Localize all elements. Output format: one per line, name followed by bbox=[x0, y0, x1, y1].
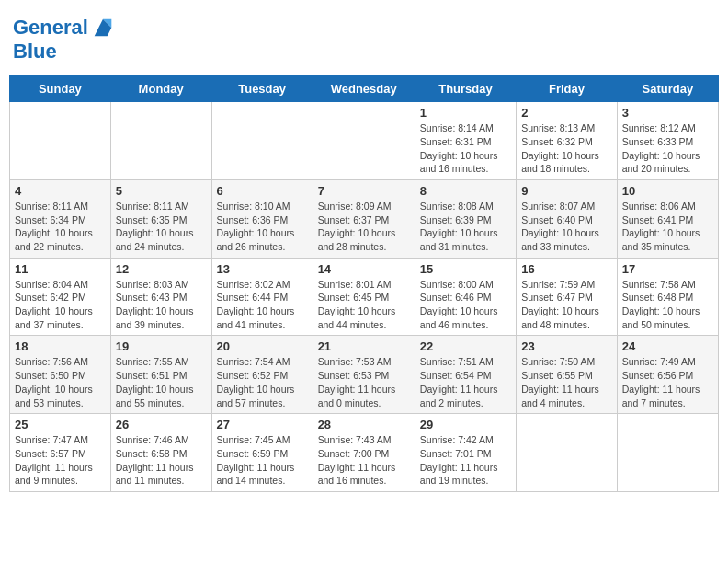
day-number: 17 bbox=[622, 262, 713, 276]
calendar-cell: 13Sunrise: 8:02 AM Sunset: 6:44 PM Dayli… bbox=[211, 258, 313, 336]
day-number: 23 bbox=[521, 339, 612, 353]
day-number: 5 bbox=[116, 184, 207, 198]
day-number: 25 bbox=[15, 418, 106, 431]
calendar-cell: 17Sunrise: 7:58 AM Sunset: 6:48 PM Dayli… bbox=[617, 258, 718, 336]
calendar-week-row: 1Sunrise: 8:14 AM Sunset: 6:31 PM Daylig… bbox=[10, 102, 719, 180]
calendar-week-row: 11Sunrise: 8:04 AM Sunset: 6:42 PM Dayli… bbox=[10, 258, 719, 336]
calendar-cell: 15Sunrise: 8:00 AM Sunset: 6:46 PM Dayli… bbox=[415, 258, 516, 336]
day-info: Sunrise: 8:06 AM Sunset: 6:41 PM Dayligh… bbox=[622, 200, 713, 254]
day-number: 6 bbox=[217, 184, 308, 198]
day-info: Sunrise: 8:12 AM Sunset: 6:33 PM Dayligh… bbox=[622, 121, 713, 176]
day-number: 10 bbox=[622, 184, 713, 198]
calendar-cell: 23Sunrise: 7:50 AM Sunset: 6:55 PM Dayli… bbox=[517, 336, 618, 414]
day-info: Sunrise: 8:01 AM Sunset: 6:45 PM Dayligh… bbox=[318, 278, 410, 332]
day-of-week-header: Thursday bbox=[415, 76, 516, 102]
calendar-cell: 22Sunrise: 7:51 AM Sunset: 6:54 PM Dayli… bbox=[415, 336, 516, 414]
day-number: 8 bbox=[420, 184, 511, 198]
day-info: Sunrise: 7:51 AM Sunset: 6:54 PM Dayligh… bbox=[420, 355, 511, 409]
day-info: Sunrise: 7:59 AM Sunset: 6:47 PM Dayligh… bbox=[521, 278, 612, 332]
day-info: Sunrise: 8:14 AM Sunset: 6:31 PM Dayligh… bbox=[420, 121, 511, 176]
calendar-week-row: 18Sunrise: 7:56 AM Sunset: 6:50 PM Dayli… bbox=[10, 336, 719, 414]
calendar-cell bbox=[617, 414, 718, 492]
logo: General Blue bbox=[13, 15, 116, 63]
day-info: Sunrise: 7:54 AM Sunset: 6:52 PM Dayligh… bbox=[217, 355, 308, 409]
day-number: 1 bbox=[420, 106, 511, 120]
day-number: 18 bbox=[15, 339, 106, 353]
day-info: Sunrise: 7:47 AM Sunset: 6:57 PM Dayligh… bbox=[15, 433, 106, 488]
day-info: Sunrise: 8:02 AM Sunset: 6:44 PM Dayligh… bbox=[217, 278, 308, 332]
day-info: Sunrise: 8:04 AM Sunset: 6:42 PM Dayligh… bbox=[15, 278, 106, 332]
day-number: 11 bbox=[15, 262, 106, 276]
calendar-table: SundayMondayTuesdayWednesdayThursdayFrid… bbox=[9, 75, 719, 492]
day-number: 28 bbox=[318, 418, 410, 431]
calendar-cell: 25Sunrise: 7:47 AM Sunset: 6:57 PM Dayli… bbox=[10, 414, 111, 492]
calendar-cell bbox=[211, 102, 313, 180]
calendar-cell: 27Sunrise: 7:45 AM Sunset: 6:59 PM Dayli… bbox=[211, 414, 313, 492]
day-number: 2 bbox=[521, 106, 612, 120]
day-number: 4 bbox=[15, 184, 106, 198]
calendar-cell: 6Sunrise: 8:10 AM Sunset: 6:36 PM Daylig… bbox=[211, 179, 313, 258]
day-number: 15 bbox=[420, 262, 511, 276]
day-info: Sunrise: 7:53 AM Sunset: 6:53 PM Dayligh… bbox=[318, 355, 410, 409]
day-info: Sunrise: 7:43 AM Sunset: 7:00 PM Dayligh… bbox=[318, 433, 410, 488]
day-number: 14 bbox=[318, 262, 410, 276]
calendar-week-row: 4Sunrise: 8:11 AM Sunset: 6:34 PM Daylig… bbox=[10, 179, 719, 258]
day-info: Sunrise: 8:11 AM Sunset: 6:35 PM Dayligh… bbox=[116, 200, 207, 254]
calendar-cell: 16Sunrise: 7:59 AM Sunset: 6:47 PM Dayli… bbox=[517, 258, 618, 336]
day-info: Sunrise: 8:09 AM Sunset: 6:37 PM Dayligh… bbox=[318, 200, 410, 254]
logo-text: General bbox=[13, 17, 88, 39]
calendar-cell: 14Sunrise: 8:01 AM Sunset: 6:45 PM Dayli… bbox=[313, 258, 415, 336]
day-of-week-header: Tuesday bbox=[211, 76, 313, 102]
day-info: Sunrise: 7:42 AM Sunset: 7:01 PM Dayligh… bbox=[420, 433, 511, 488]
calendar-cell: 3Sunrise: 8:12 AM Sunset: 6:33 PM Daylig… bbox=[617, 102, 718, 180]
calendar-cell: 11Sunrise: 8:04 AM Sunset: 6:42 PM Dayli… bbox=[10, 258, 111, 336]
day-of-week-header: Friday bbox=[517, 76, 618, 102]
calendar-cell: 19Sunrise: 7:55 AM Sunset: 6:51 PM Dayli… bbox=[110, 336, 211, 414]
calendar-cell: 29Sunrise: 7:42 AM Sunset: 7:01 PM Dayli… bbox=[415, 414, 516, 492]
day-info: Sunrise: 8:11 AM Sunset: 6:34 PM Dayligh… bbox=[15, 200, 106, 254]
calendar-cell bbox=[10, 102, 111, 180]
calendar-cell: 7Sunrise: 8:09 AM Sunset: 6:37 PM Daylig… bbox=[313, 179, 415, 258]
calendar-cell: 4Sunrise: 8:11 AM Sunset: 6:34 PM Daylig… bbox=[10, 179, 111, 258]
calendar-week-row: 25Sunrise: 7:47 AM Sunset: 6:57 PM Dayli… bbox=[10, 414, 719, 492]
day-info: Sunrise: 7:46 AM Sunset: 6:58 PM Dayligh… bbox=[116, 433, 207, 488]
day-number: 19 bbox=[116, 339, 207, 353]
day-number: 20 bbox=[217, 339, 308, 353]
day-info: Sunrise: 8:13 AM Sunset: 6:32 PM Dayligh… bbox=[521, 121, 612, 176]
day-info: Sunrise: 7:49 AM Sunset: 6:56 PM Dayligh… bbox=[622, 355, 713, 409]
calendar-cell bbox=[110, 102, 211, 180]
day-info: Sunrise: 8:07 AM Sunset: 6:40 PM Dayligh… bbox=[521, 200, 612, 254]
calendar-cell: 18Sunrise: 7:56 AM Sunset: 6:50 PM Dayli… bbox=[10, 336, 111, 414]
calendar-cell: 9Sunrise: 8:07 AM Sunset: 6:40 PM Daylig… bbox=[517, 179, 618, 258]
calendar-cell: 24Sunrise: 7:49 AM Sunset: 6:56 PM Dayli… bbox=[617, 336, 718, 414]
calendar-cell: 20Sunrise: 7:54 AM Sunset: 6:52 PM Dayli… bbox=[211, 336, 313, 414]
calendar-header-row: SundayMondayTuesdayWednesdayThursdayFrid… bbox=[10, 76, 719, 102]
calendar-cell: 1Sunrise: 8:14 AM Sunset: 6:31 PM Daylig… bbox=[415, 102, 516, 180]
day-number: 3 bbox=[622, 106, 713, 120]
day-number: 7 bbox=[318, 184, 410, 198]
day-number: 21 bbox=[318, 339, 410, 353]
day-of-week-header: Monday bbox=[110, 76, 211, 102]
calendar-cell: 10Sunrise: 8:06 AM Sunset: 6:41 PM Dayli… bbox=[617, 179, 718, 258]
day-info: Sunrise: 7:50 AM Sunset: 6:55 PM Dayligh… bbox=[521, 355, 612, 409]
header: General Blue bbox=[9, 9, 719, 68]
calendar-cell: 21Sunrise: 7:53 AM Sunset: 6:53 PM Dayli… bbox=[313, 336, 415, 414]
day-number: 16 bbox=[521, 262, 612, 276]
day-number: 13 bbox=[217, 262, 308, 276]
day-number: 24 bbox=[622, 339, 713, 353]
calendar-cell bbox=[313, 102, 415, 180]
day-info: Sunrise: 7:55 AM Sunset: 6:51 PM Dayligh… bbox=[116, 355, 207, 409]
calendar-cell: 28Sunrise: 7:43 AM Sunset: 7:00 PM Dayli… bbox=[313, 414, 415, 492]
calendar-cell: 5Sunrise: 8:11 AM Sunset: 6:35 PM Daylig… bbox=[110, 179, 211, 258]
calendar-cell bbox=[517, 414, 618, 492]
day-of-week-header: Saturday bbox=[617, 76, 718, 102]
calendar-cell: 2Sunrise: 8:13 AM Sunset: 6:32 PM Daylig… bbox=[517, 102, 618, 180]
day-of-week-header: Sunday bbox=[10, 76, 111, 102]
day-number: 12 bbox=[116, 262, 207, 276]
day-info: Sunrise: 8:10 AM Sunset: 6:36 PM Dayligh… bbox=[217, 200, 308, 254]
day-number: 22 bbox=[420, 339, 511, 353]
logo-subtext: Blue bbox=[13, 40, 116, 63]
day-number: 29 bbox=[420, 418, 511, 431]
day-info: Sunrise: 7:56 AM Sunset: 6:50 PM Dayligh… bbox=[15, 355, 106, 409]
day-info: Sunrise: 8:03 AM Sunset: 6:43 PM Dayligh… bbox=[116, 278, 207, 332]
